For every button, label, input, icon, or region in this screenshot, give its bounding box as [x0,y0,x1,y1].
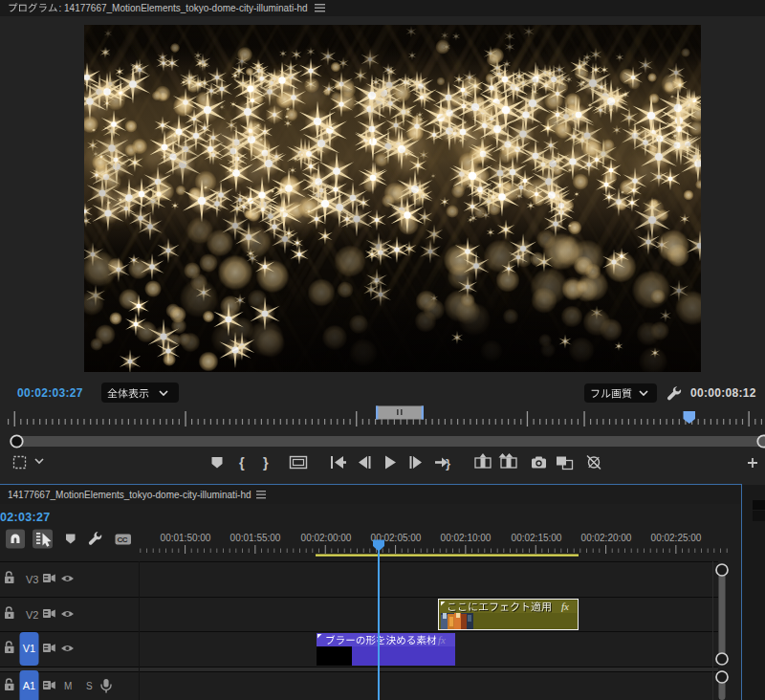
svg-text:00:02:00:00: 00:02:00:00 [301,533,352,543]
svg-text:V1: V1 [23,643,35,654]
svg-text:{: { [239,455,245,470]
svg-text:A1: A1 [23,680,35,691]
svg-text:V3: V3 [26,574,38,585]
svg-text:}: } [446,456,450,470]
svg-text:00:02:20:00: 00:02:20:00 [581,533,632,543]
svg-text:00:02:10:00: 00:02:10:00 [441,533,492,543]
svg-text:S: S [86,681,93,691]
svg-text:}: } [263,455,269,470]
svg-text:V2: V2 [26,609,38,621]
svg-text:00:01:50:00: 00:01:50:00 [161,533,211,543]
svg-text:: 14177667_MotionElements_toky: : 14177667_MotionElements_tokyo-dome-cit… [59,3,308,13]
svg-text:00:01:55:00: 00:01:55:00 [230,533,281,543]
svg-text:00:02:15:00: 00:02:15:00 [512,533,562,543]
svg-text:00:02:25:00: 00:02:25:00 [651,533,702,543]
svg-text:M: M [64,681,72,691]
